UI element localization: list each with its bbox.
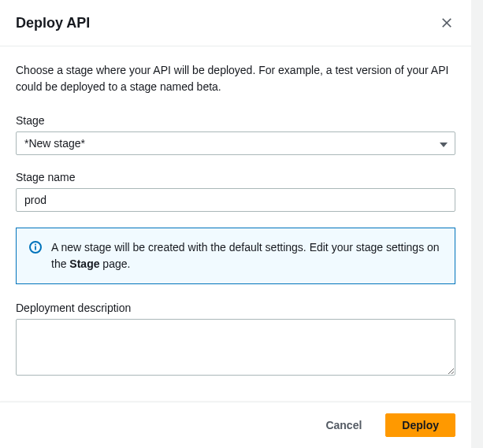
modal-title: Deploy API — [16, 15, 90, 31]
close-button[interactable] — [438, 14, 455, 31]
stage-name-field-group: Stage name — [16, 171, 455, 212]
info-text-post: page. — [99, 257, 130, 270]
stage-name-label: Stage name — [16, 171, 455, 183]
deploy-api-modal: Deploy API Choose a stage where your API… — [0, 0, 471, 448]
stage-label: Stage — [16, 114, 455, 127]
close-icon — [441, 17, 452, 28]
modal-header: Deploy API — [0, 0, 471, 46]
modal-description: Choose a stage where your API will be de… — [16, 62, 455, 95]
stage-select[interactable] — [16, 131, 455, 155]
info-icon — [29, 241, 42, 256]
deployment-description-field-group: Deployment description — [16, 302, 455, 378]
info-alert: A new stage will be created with the def… — [16, 228, 455, 284]
info-text-strong: Stage — [69, 257, 99, 270]
svg-rect-4 — [35, 246, 36, 250]
stage-field-group: Stage — [16, 114, 455, 155]
cancel-button[interactable]: Cancel — [310, 413, 377, 437]
background-page-sliver — [471, 0, 483, 448]
stage-name-input[interactable] — [16, 188, 455, 212]
info-text: A new stage will be created with the def… — [51, 239, 442, 272]
svg-point-3 — [35, 244, 36, 246]
modal-footer: Cancel Deploy — [0, 402, 471, 448]
stage-select-wrapper — [16, 131, 455, 155]
modal-body: Choose a stage where your API will be de… — [0, 46, 471, 402]
deploy-button[interactable]: Deploy — [385, 413, 455, 437]
deployment-description-textarea[interactable] — [16, 319, 455, 376]
deployment-description-label: Deployment description — [16, 302, 455, 314]
